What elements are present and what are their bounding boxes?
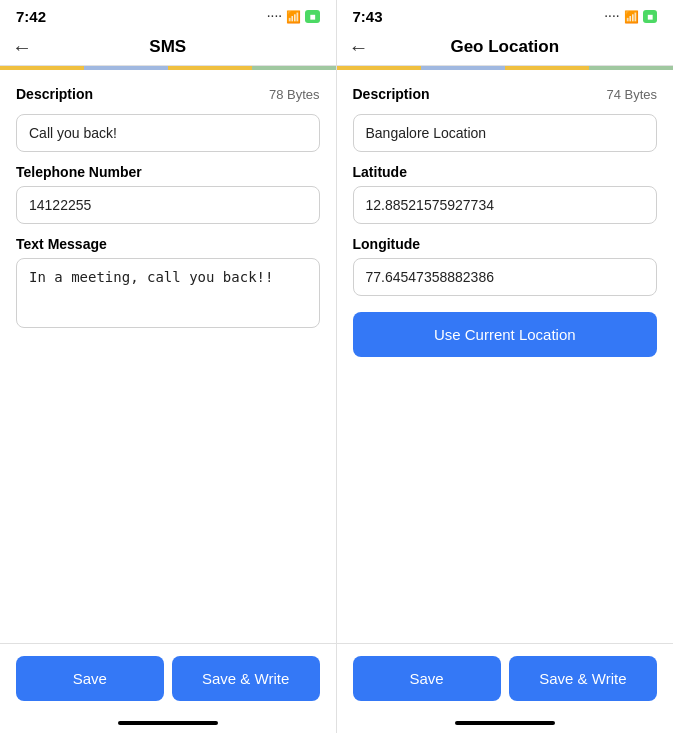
geo-home-indicator [337,713,674,733]
sms-back-button[interactable]: ← [12,36,32,59]
sms-text-message-label: Text Message [16,236,320,252]
sms-telephone-label: Telephone Number [16,164,320,180]
sms-wifi-icon: 📶 [286,10,301,24]
geo-save-write-button[interactable]: Save & Write [509,656,657,701]
geo-status-bar: 7:43 ···· 📶 ■ [337,0,674,29]
geo-longitude-label: Longitude [353,236,658,252]
sms-time: 7:42 [16,8,46,25]
geo-description-label: Description [353,86,430,102]
sms-save-write-button[interactable]: Save & Write [172,656,320,701]
geo-use-location-button[interactable]: Use Current Location [353,312,658,357]
sms-description-input[interactable] [16,114,320,152]
sms-text-message-input[interactable]: In a meeting, call you back!! [16,258,320,328]
geo-longitude-input[interactable] [353,258,658,296]
sms-home-bar [118,721,218,725]
sms-content: Description 78 Bytes Telephone Number Te… [0,70,336,643]
geo-description-row: Description 74 Bytes [353,86,658,102]
geo-bytes-label: 74 Bytes [606,87,657,102]
geo-status-icons: ···· 📶 ■ [605,10,657,24]
sms-status-bar: 7:42 ···· 📶 ■ [0,0,336,29]
geo-latitude-label: Latitude [353,164,658,180]
geo-latitude-input[interactable] [353,186,658,224]
sms-telephone-input[interactable] [16,186,320,224]
sms-status-icons: ···· 📶 ■ [267,10,319,24]
sms-bytes-label: 78 Bytes [269,87,320,102]
sms-signal-icon: ···· [267,11,282,22]
geo-save-button[interactable]: Save [353,656,501,701]
geo-battery-icon: ■ [643,10,657,23]
sms-screen: 7:42 ···· 📶 ■ ← SMS Description 78 Bytes… [0,0,337,733]
sms-description-row: Description 78 Bytes [16,86,320,102]
sms-battery-icon: ■ [305,10,319,23]
sms-nav-title: SMS [149,37,186,57]
geo-screen: 7:43 ···· 📶 ■ ← Geo Location Description… [337,0,674,733]
sms-home-indicator [0,713,336,733]
sms-description-label: Description [16,86,93,102]
geo-nav-title: Geo Location [450,37,559,57]
geo-time: 7:43 [353,8,383,25]
geo-back-button[interactable]: ← [349,36,369,59]
sms-save-button[interactable]: Save [16,656,164,701]
geo-home-bar [455,721,555,725]
sms-bottom-buttons: Save Save & Write [0,643,336,713]
geo-nav-bar: ← Geo Location [337,29,674,66]
geo-signal-icon: ···· [605,11,620,22]
sms-nav-bar: ← SMS [0,29,336,66]
geo-bottom-buttons: Save Save & Write [337,643,674,713]
geo-content: Description 74 Bytes Latitude Longitude … [337,70,674,643]
geo-description-input[interactable] [353,114,658,152]
geo-wifi-icon: 📶 [624,10,639,24]
